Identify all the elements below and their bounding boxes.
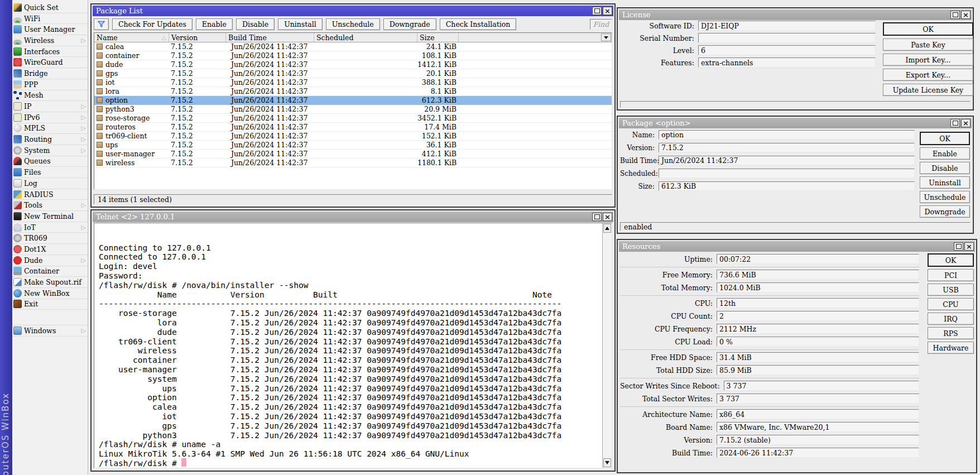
sidebar-item-routing[interactable]: Routing▷ xyxy=(12,134,88,145)
version-field[interactable]: 7.15.2 (stable) xyxy=(717,435,919,445)
cpu-count-field[interactable]: 2 xyxy=(717,311,919,321)
pci-button[interactable]: PCI xyxy=(928,269,974,281)
sidebar-item-ppp[interactable]: PPP xyxy=(12,79,88,90)
paste-key-button[interactable]: Paste Key xyxy=(883,39,973,51)
table-row-lora[interactable]: lora7.15.2Jun/26/2024 11:42:378.1 KiB xyxy=(94,87,612,96)
table-row-rose-storage[interactable]: rose-storage7.15.2Jun/26/2024 11:42:3734… xyxy=(94,114,612,123)
sidebar-item-log[interactable]: Log xyxy=(12,178,88,189)
close-button[interactable]: × xyxy=(603,213,612,221)
filter-button[interactable] xyxy=(94,18,109,30)
column-select-button[interactable] xyxy=(601,33,611,41)
downgrade-button[interactable]: Downgrade xyxy=(920,205,970,218)
ok-button[interactable]: OK xyxy=(883,22,973,36)
sidebar-item-files[interactable]: Files xyxy=(12,167,88,178)
table-row-tr069-client[interactable]: tr069-client7.15.2Jun/26/2024 11:42:3715… xyxy=(94,132,612,141)
scroll-up-button[interactable] xyxy=(603,224,611,233)
license-titlebar[interactable]: License × xyxy=(619,9,972,20)
irq-button[interactable]: IRQ xyxy=(928,313,974,325)
terminal-scrollbar[interactable] xyxy=(602,223,612,468)
sidebar-item-tr069[interactable]: TR069 xyxy=(12,233,88,244)
total-memory-field[interactable]: 1024.0 MiB xyxy=(717,282,919,292)
table-row-container[interactable]: container7.15.2Jun/26/2024 11:42:37108.1… xyxy=(94,51,612,60)
sidebar-item-iot[interactable]: IoT▷ xyxy=(12,222,88,233)
table-row-iot[interactable]: iot7.15.2Jun/26/2024 11:42:37388.1 KiB xyxy=(94,78,612,87)
enable-button[interactable]: Enable xyxy=(196,18,233,30)
sidebar-item-exit[interactable]: Exit xyxy=(12,299,88,310)
table-row-calea[interactable]: calea7.15.2Jun/26/2024 11:42:3724.1 KiB xyxy=(94,42,612,51)
close-button[interactable]: × xyxy=(961,11,971,19)
scroll-down-button[interactable] xyxy=(603,458,611,467)
scheduled-field[interactable] xyxy=(659,169,915,178)
check-installation-button[interactable]: Check Installation xyxy=(440,18,517,30)
import-key-button[interactable]: Import Key... xyxy=(883,54,973,66)
uptime-field[interactable]: 00:07:22 xyxy=(717,254,919,264)
sidebar-item-container[interactable]: Container xyxy=(12,266,88,277)
sidebar-item-mpls[interactable]: MPLS▷ xyxy=(12,123,88,135)
version-field[interactable]: 7.15.2 xyxy=(659,143,915,152)
sidebar-item-bridge[interactable]: Bridge xyxy=(12,68,88,79)
sidebar-item-new-terminal[interactable]: New Terminal xyxy=(12,211,88,222)
sidebar-item-radius[interactable]: RADIUS xyxy=(12,189,88,200)
table-row-python3[interactable]: python37.15.2Jun/26/2024 11:42:3720.9 Mi… xyxy=(94,105,612,114)
usb-button[interactable]: USB xyxy=(928,284,974,296)
sidebar-item-queues[interactable]: Queues xyxy=(12,156,88,167)
column-header-scheduled[interactable]: Scheduled xyxy=(314,33,417,42)
sidebar-item-wifi[interactable]: WiFi xyxy=(12,13,88,25)
cpu-field[interactable]: 12th xyxy=(717,298,919,308)
sidebar-item-quick-set[interactable]: Quick Set xyxy=(12,2,88,13)
uninstall-button[interactable]: Uninstall xyxy=(920,176,970,189)
find-input[interactable]: Find xyxy=(590,19,612,30)
sidebar-item-user-manager[interactable]: User Manager xyxy=(12,24,88,35)
check-for-updates-button[interactable]: Check For Updates xyxy=(112,18,193,30)
table-row-wireless[interactable]: wireless7.15.2Jun/26/2024 11:42:371180.1… xyxy=(94,159,612,167)
close-button[interactable]: × xyxy=(961,119,971,127)
sidebar-item-wireless[interactable]: Wireless▷ xyxy=(12,35,88,46)
sidebar-item-system[interactable]: System▷ xyxy=(12,145,88,156)
unschedule-button[interactable]: Unschedule xyxy=(920,191,970,203)
maximize-button[interactable] xyxy=(954,242,963,251)
serial-number-field[interactable] xyxy=(698,33,876,43)
architecture-name-field[interactable]: x86_64 xyxy=(717,409,919,419)
resources-titlebar[interactable]: Resources × xyxy=(619,241,975,252)
terminal-output[interactable]: Connecting to 127.0.0.1 Connected to 127… xyxy=(94,223,612,468)
maximize-button[interactable] xyxy=(950,119,960,127)
sidebar-item-interfaces[interactable]: Interfaces xyxy=(12,46,88,57)
sidebar-item-new-winbox[interactable]: New WinBox xyxy=(12,288,88,299)
build-time-field[interactable]: Jun/26/2024 11:42:37 xyxy=(659,156,915,165)
sidebar-item-ip[interactable]: IP▷ xyxy=(12,101,88,112)
close-button[interactable]: × xyxy=(603,7,612,15)
close-button[interactable]: × xyxy=(964,242,974,251)
software-id-field[interactable]: DJ21-EIQP xyxy=(698,21,876,31)
name-field[interactable]: option xyxy=(659,130,915,140)
features-field[interactable]: extra-channels xyxy=(698,57,876,68)
maximize-button[interactable] xyxy=(950,11,960,19)
sector-writes-since-reboot-field[interactable]: 3 737 xyxy=(724,381,919,391)
telnet-titlebar[interactable]: Telnet <2> 127.0.0.1 × xyxy=(93,212,613,222)
downgrade-button[interactable]: Downgrade xyxy=(383,18,436,30)
cpu-button[interactable]: CPU xyxy=(928,298,974,310)
total-hdd-size-field[interactable]: 85.9 MiB xyxy=(717,365,919,375)
disable-button[interactable]: Disable xyxy=(236,18,275,30)
maximize-button[interactable] xyxy=(592,213,602,221)
sidebar-item-windows[interactable]: Windows▷ xyxy=(12,325,88,337)
sidebar-item-make-supout-rif[interactable]: Make Supout.rif xyxy=(12,277,88,288)
total-sector-writes-field[interactable]: 3 737 xyxy=(717,394,919,404)
sidebar-item-dude[interactable]: Dude▷ xyxy=(12,255,88,266)
disable-button[interactable]: Disable xyxy=(920,162,970,174)
sidebar-item-mesh[interactable]: Mesh xyxy=(12,90,88,102)
cpu-frequency-field[interactable]: 2112 MHz xyxy=(717,324,919,334)
enable-button[interactable]: Enable xyxy=(920,147,970,160)
sidebar-item-wireguard[interactable]: WireGuard xyxy=(12,57,88,68)
ok-button[interactable]: OK xyxy=(920,132,970,145)
table-row-gps[interactable]: gps7.15.2Jun/26/2024 11:42:3720.1 KiB xyxy=(94,69,612,78)
column-header-version[interactable]: Version xyxy=(169,33,226,42)
maximize-button[interactable] xyxy=(592,7,602,15)
board-name-field[interactable]: x86 VMware, Inc. VMware20,1 xyxy=(717,422,919,432)
column-header-name[interactable]: Name△ xyxy=(94,33,169,42)
table-row-routeros[interactable]: routeros7.15.2Jun/26/2024 11:42:3717.4 M… xyxy=(94,123,612,132)
free-memory-field[interactable]: 736.6 MiB xyxy=(717,270,919,280)
export-key-button[interactable]: Export Key... xyxy=(883,69,973,81)
ok-button[interactable]: OK xyxy=(928,253,974,267)
unschedule-button[interactable]: Unschedule xyxy=(326,18,380,30)
column-header-size[interactable]: Size xyxy=(417,33,459,42)
